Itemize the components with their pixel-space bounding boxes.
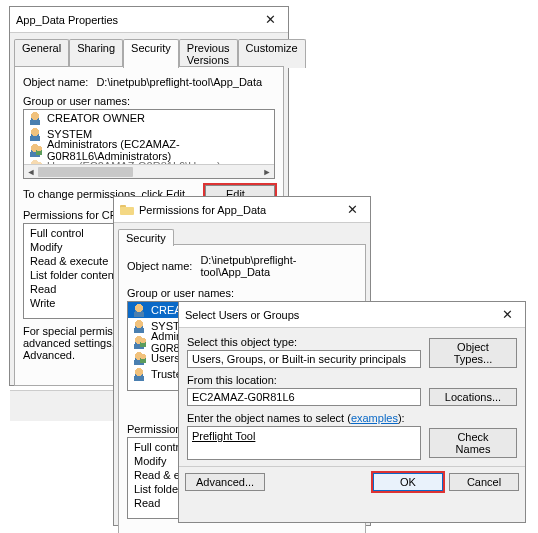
object-name-value: D:\inetpub\preflight-tool\App_Data [94,75,275,89]
object-name-label: Object name: [23,76,88,88]
tab-previous-versions[interactable]: Previous Versions [179,39,238,68]
object-name-value: D:\inetpub\preflight-tool\App_Data [198,253,357,279]
user-icon [132,303,146,317]
location-label: From this location: [187,374,421,386]
object-names-value: Preflight Tool [192,430,255,442]
titlebar[interactable]: Permissions for App_Data ✕ [114,197,370,223]
enter-names-label: Enter the object names to select (exampl… [187,412,421,424]
user-icon [28,127,42,141]
examples-link[interactable]: examples [351,412,398,424]
check-names-button[interactable]: Check Names [429,428,517,458]
group-icon [132,335,146,349]
tab-customize[interactable]: Customize [238,39,306,68]
ok-button[interactable]: OK [373,473,443,491]
user-icon [132,367,146,381]
tab-sharing[interactable]: Sharing [69,39,123,68]
object-type-label: Select this object type: [187,336,421,348]
advanced-button[interactable]: Advanced... [185,473,265,491]
window-title: Permissions for App_Data [139,204,334,216]
dialog-buttons: Advanced... OK Cancel [179,466,525,497]
tab-security[interactable]: Security [123,39,179,68]
enter-names-suffix: ): [398,412,405,424]
group-users-label: Group or user names: [127,287,357,299]
scroll-track[interactable] [38,165,260,178]
group-icon [28,143,42,157]
object-name-label: Object name: [127,260,192,272]
list-item[interactable]: CREATOR OWNER [24,110,274,126]
tab-general[interactable]: General [14,39,69,68]
user-icon [132,319,146,333]
window-title: Select Users or Groups [185,309,489,321]
folder-icon [120,204,134,215]
list-item-label: CREATOR OWNER [47,112,145,124]
tab-strip: Security [114,225,370,246]
scroll-thumb[interactable] [38,167,133,177]
users-listbox[interactable]: CREATOR OWNER SYSTEM Administrators (EC2… [23,109,275,179]
tab-strip: General Sharing Security Previous Versio… [10,35,288,68]
group-users-label: Group or user names: [23,95,275,107]
tab-security[interactable]: Security [118,229,174,246]
scroll-right-icon[interactable]: ► [260,165,274,179]
window-title: App_Data Properties [16,14,252,26]
object-type-field[interactable]: Users, Groups, or Built-in security prin… [187,350,421,368]
close-icon[interactable]: ✕ [489,302,525,327]
group-icon [132,351,146,365]
select-users-dialog: Select Users or Groups ✕ Select this obj… [178,301,526,523]
close-icon[interactable]: ✕ [334,197,370,222]
horizontal-scrollbar[interactable]: ◄ ► [24,164,274,178]
titlebar[interactable]: App_Data Properties ✕ [10,7,288,33]
user-icon [28,111,42,125]
list-item[interactable]: Administrators (EC2AMAZ-G0R81L6\Administ… [24,142,274,158]
object-types-button[interactable]: Object Types... [429,338,517,368]
location-field[interactable]: EC2AMAZ-G0R81L6 [187,388,421,406]
enter-names-prefix: Enter the object names to select ( [187,412,351,424]
object-names-input[interactable]: Preflight Tool [187,426,421,460]
cancel-button[interactable]: Cancel [449,473,519,491]
close-icon[interactable]: ✕ [252,7,288,32]
scroll-left-icon[interactable]: ◄ [24,165,38,179]
titlebar[interactable]: Select Users or Groups ✕ [179,302,525,328]
locations-button[interactable]: Locations... [429,388,517,406]
